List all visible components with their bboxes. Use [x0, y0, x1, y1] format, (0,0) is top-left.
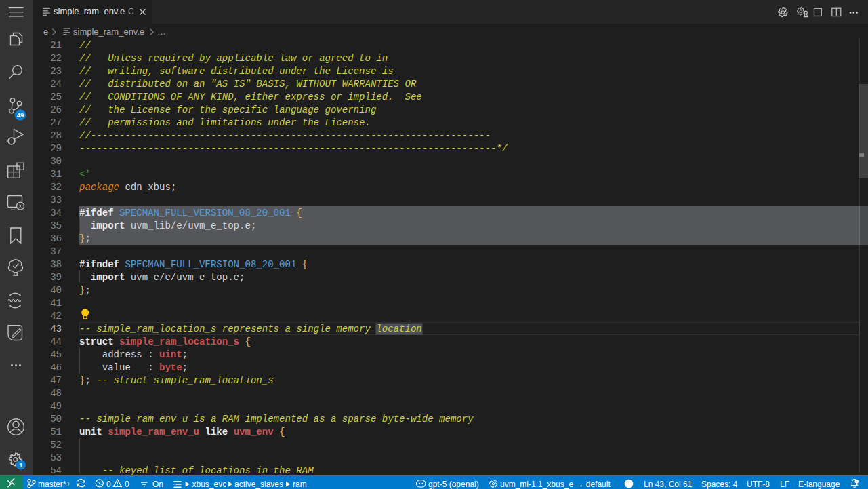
svg-text:49: 49	[17, 111, 24, 119]
svg-text:1: 1	[19, 461, 23, 469]
